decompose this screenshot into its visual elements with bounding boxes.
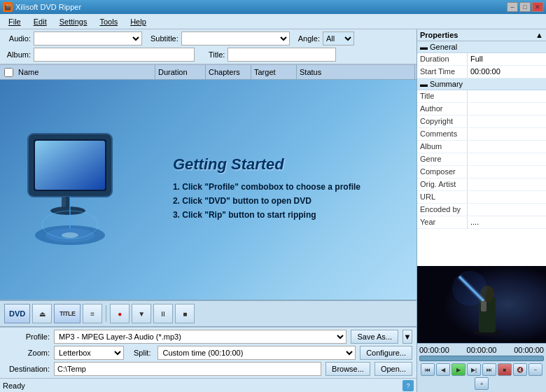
th-status: Status (297, 65, 415, 79)
prop-key-starttime: Start Time (417, 66, 468, 78)
maximize-button[interactable]: □ (519, 2, 531, 12)
open-button[interactable]: Open... (374, 362, 412, 376)
dvd-button[interactable]: DVD (4, 304, 30, 323)
th-chapters: Chapters (206, 65, 251, 79)
audio-select[interactable] (34, 31, 142, 46)
prop-val-album (468, 141, 546, 153)
menu-file[interactable]: File (3, 16, 27, 27)
destination-label: Destination: (4, 365, 50, 373)
vol-down-button[interactable]: − (528, 363, 542, 376)
album-row: Album: Title: (4, 48, 412, 62)
properties-title: Properties (420, 31, 458, 39)
zoom-select[interactable]: Letterbox (54, 346, 124, 360)
split-select[interactable]: Custom time (00:10:00) (158, 346, 356, 360)
title-input[interactable] (227, 48, 336, 62)
profile-select[interactable]: MP3 - MPEG Layer-3 Audio (*.mp3) (54, 330, 346, 344)
separator-1 (106, 305, 106, 322)
record-button[interactable]: ● (110, 304, 130, 323)
prop-key-url: URL (417, 191, 468, 203)
chapter-button[interactable]: ≡ (83, 304, 102, 323)
time-end: 00:00:00 (514, 346, 544, 354)
menu-settings[interactable]: Settings (54, 16, 93, 27)
prop-orig-artist: Orig. Artist (417, 178, 546, 191)
profile-row: Profile: MP3 - MPEG Layer-3 Audio (*.mp3… (4, 330, 412, 344)
gs-step-3: 3. Click "Rip" button to start ripping (173, 210, 360, 220)
prop-author: Author (417, 103, 546, 115)
menu-edit[interactable]: Edit (28, 16, 52, 27)
help-icon[interactable]: ? (402, 380, 414, 391)
save-as-dropdown[interactable]: ▼ (402, 330, 412, 344)
prop-val-url (468, 191, 546, 203)
prev-chapter-button[interactable]: ⏮ (421, 363, 435, 376)
prop-composer: Composer (417, 166, 546, 178)
destination-input[interactable] (54, 362, 321, 376)
select-all-checkbox[interactable] (4, 68, 13, 77)
titlebar: 🎬 Xilisoft DVD Ripper – □ ✕ (0, 0, 546, 14)
playback-area: 00:00:00 00:00:00 00:00:00 ⏮ ◀ ▶ ▶| ⏭ ■ … (417, 343, 546, 392)
dropdown-button[interactable]: ▼ (132, 304, 151, 323)
zoom-row: Zoom: Letterbox Split: Custom time (00:1… (4, 346, 412, 360)
preview-area (417, 266, 546, 343)
prop-key-encoded-by: Encoded by (417, 204, 468, 216)
vol-up-button[interactable]: + (475, 377, 489, 390)
close-button[interactable]: ✕ (532, 2, 543, 12)
next-chapter-button[interactable]: ⏭ (482, 363, 496, 376)
summary-collapse-icon: ▬ (420, 80, 428, 88)
prop-val-year: .... (468, 216, 546, 228)
configure-button[interactable]: Configure... (360, 346, 412, 360)
browse-button[interactable]: Browse... (326, 362, 370, 376)
album-label: Album: (4, 50, 31, 59)
menubar: File Edit Settings Tools Help (0, 14, 546, 29)
bottom-controls: Profile: MP3 - MPEG Layer-3 Audio (*.mp3… (0, 327, 416, 378)
prop-val-starttime: 00:00:00 (468, 66, 546, 78)
svg-rect-20 (481, 301, 486, 312)
prop-val-composer (468, 166, 546, 178)
prop-title: Title (417, 90, 546, 103)
th-checkbox (1, 68, 15, 77)
prop-key-title: Title (417, 90, 468, 102)
save-as-button[interactable]: Save As... (351, 330, 398, 344)
menu-help[interactable]: Help (125, 16, 152, 27)
next-frame-button[interactable]: ▶| (467, 363, 481, 376)
scroll-up-icon[interactable]: ▲ (536, 31, 543, 39)
subtitle-label: Subtitle: (150, 34, 178, 43)
progress-bar[interactable] (419, 356, 544, 361)
titlebar-controls[interactable]: – □ ✕ (507, 2, 543, 12)
th-target: Target (251, 65, 297, 79)
prop-genre: Genre (417, 153, 546, 166)
prev-frame-button[interactable]: ◀ (436, 363, 450, 376)
prop-key-year: Year (417, 216, 468, 228)
summary-section-header[interactable]: ▬ Summary (417, 78, 546, 90)
prop-val-genre (468, 153, 546, 165)
split-label: Split: (134, 349, 150, 357)
th-duration: Duration (155, 65, 206, 79)
general-section-header[interactable]: ▬ General (417, 41, 546, 53)
menu-tools[interactable]: Tools (94, 16, 123, 27)
minimize-button[interactable]: – (507, 2, 518, 12)
stop-button[interactable]: ■ (175, 304, 195, 323)
album-input[interactable] (34, 48, 195, 62)
svg-point-19 (452, 271, 487, 306)
subtitle-select[interactable] (181, 31, 290, 46)
table-header: Name Duration Chapters Target Status (0, 64, 416, 80)
general-section-label: General (430, 43, 457, 51)
title-button[interactable]: TITLE (54, 304, 80, 323)
time-start: 00:00:00 (419, 346, 449, 354)
stop-pb-button[interactable]: ■ (498, 363, 512, 376)
prop-key-composer: Composer (417, 166, 468, 178)
eject-button[interactable]: ⏏ (32, 304, 52, 323)
mute-button[interactable]: 🔇 (513, 363, 527, 376)
svg-point-8 (62, 232, 78, 238)
prop-copyright: Copyright (417, 115, 546, 128)
prop-val-comments (468, 128, 546, 140)
prop-val-copyright (468, 115, 546, 127)
prop-duration: Duration Full (417, 53, 546, 66)
angle-label: Angle: (298, 34, 320, 43)
prop-starttime: Start Time 00:00:00 (417, 66, 546, 78)
prop-year: Year .... (417, 216, 546, 229)
angle-select[interactable]: All (323, 31, 354, 46)
play-button[interactable]: ▶ (451, 363, 465, 376)
right-panel: Properties ▲ ▬ General Duration Full Sta… (416, 29, 546, 392)
pause-button[interactable]: ⏸ (153, 304, 173, 323)
time-mid: 00:00:00 (467, 346, 497, 354)
